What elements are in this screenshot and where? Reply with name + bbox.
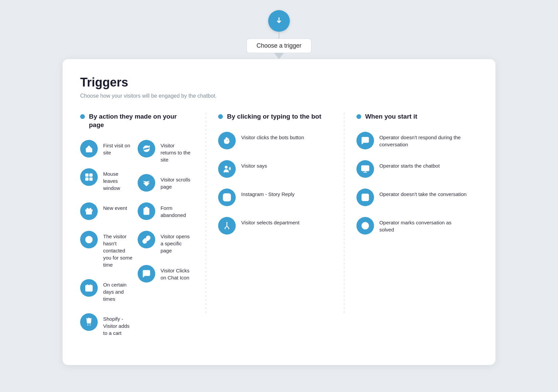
trigger-form-abandoned[interactable]: Form abandoned: [138, 202, 191, 220]
trigger-icon-operator-starts: [356, 160, 374, 178]
panel-title: Triggers: [80, 75, 478, 90]
trigger-label-shopify: Shopify - Visitor adds to a cart: [103, 313, 134, 337]
trigger-new-event[interactable]: New event: [80, 202, 134, 220]
trigger-label-form-abandoned: Form abandoned: [161, 202, 191, 219]
calendar-icon: [85, 284, 93, 292]
scroll-icon: [142, 178, 151, 187]
chat-block-icon: [361, 136, 370, 145]
column-when-items: Operator doesn't respond during the conv…: [356, 132, 467, 245]
trigger-label-operator-no-take: Operator doesn't take the conversation: [379, 189, 467, 198]
person-speak-icon: [223, 165, 231, 173]
trigger-visitor-says[interactable]: Visitor says: [218, 160, 329, 178]
svg-point-14: [226, 196, 229, 199]
trigger-operator-starts[interactable]: Operator starts the chatbot: [356, 160, 467, 178]
trigger-icon-visitor-scrolls: [138, 174, 155, 192]
trigger-shopify[interactable]: Shopify - Visitor adds to a cart: [80, 313, 134, 337]
svg-rect-1: [90, 174, 92, 177]
choose-trigger-box[interactable]: Choose a trigger: [247, 39, 311, 53]
trigger-icon-visitor-clicks-bots: [218, 132, 236, 149]
trigger-visitor-opens-page[interactable]: Visitor opens a specific page: [138, 231, 191, 254]
trigger-visitor-scrolls[interactable]: Visitor scrolls page: [138, 174, 191, 192]
trigger-icon-visitor-clicks-chat: [138, 265, 155, 283]
trigger-visitor-clicks-chat[interactable]: Visitor Clicks on Chat Icon: [138, 265, 191, 283]
refresh-icon: [142, 144, 151, 153]
svg-rect-11: [144, 209, 149, 215]
blue-dot-action: [80, 114, 85, 119]
clipboard-icon: [142, 207, 151, 216]
trigger-icon-first-visit: [80, 140, 98, 157]
svg-rect-7: [86, 286, 92, 291]
trigger-label-operator-no-respond: Operator doesn't respond during the conv…: [379, 132, 467, 148]
trigger-certain-days[interactable]: On certain days and times: [80, 279, 134, 302]
svg-rect-8: [87, 289, 88, 290]
trigger-not-contacted[interactable]: The visitor hasn't contacted you for som…: [80, 231, 134, 268]
trigger-operator-no-take[interactable]: Operator doesn't take the conversation: [356, 189, 467, 206]
trigger-icon-not-contacted: [80, 231, 98, 248]
down-arrow-button[interactable]: [268, 10, 290, 32]
svg-point-18: [227, 222, 228, 223]
download-icon: [361, 221, 370, 230]
down-arrow-icon: [274, 16, 284, 26]
trigger-icon-new-event: [80, 202, 98, 220]
svg-rect-3: [90, 178, 92, 181]
trigger-label-mouse-leaves: Mouse leaves window: [103, 168, 134, 192]
trigger-visitor-returns[interactable]: Visitor returns to the site: [138, 140, 191, 163]
svg-point-17: [228, 228, 229, 229]
shopify-icon: [85, 318, 93, 326]
trigger-label-visitor-opens-page: Visitor opens a specific page: [161, 231, 191, 254]
trigger-visitor-clicks-bots[interactable]: Visitor clicks the bots button: [218, 132, 329, 149]
svg-point-12: [225, 166, 228, 168]
gift-icon: [85, 207, 93, 216]
trigger-operator-no-respond[interactable]: Operator doesn't respond during the conv…: [356, 132, 467, 149]
sub-column-action-2: Visitor returns to the site Visitor scro…: [138, 140, 191, 347]
trigger-icon-operator-no-take: [356, 189, 374, 206]
triggers-panel: Triggers Choose how your visitors will b…: [63, 59, 495, 365]
trigger-label-visitor-returns: Visitor returns to the site: [161, 140, 191, 163]
divider-2: [344, 113, 344, 315]
column-when: When you start it Operator doesn't respo…: [348, 113, 478, 245]
blue-dot-clicking: [218, 114, 223, 119]
trigger-visitor-selects-dept[interactable]: Visitor selects department: [218, 217, 329, 235]
column-clicking-header: By clicking or typing to the bot: [218, 113, 329, 121]
column-when-title: When you start it: [365, 113, 417, 121]
trigger-icon-visitor-selects-dept: [218, 217, 236, 235]
connector-arrow: [274, 53, 284, 59]
trigger-icon-operator-marks-solved: [356, 217, 374, 235]
trigger-icon-instagram-story: [218, 189, 236, 206]
trigger-icon-certain-days: [80, 279, 98, 297]
trigger-label-new-event: New event: [103, 202, 127, 212]
column-clicking-items: Visitor clicks the bots button Visitor s…: [218, 132, 329, 245]
clock-icon: [85, 235, 93, 244]
trigger-label-visitor-scrolls: Visitor scrolls page: [161, 174, 191, 190]
trigger-label-first-visit: First visit on site: [103, 140, 134, 156]
trigger-icon-form-abandoned: [138, 202, 155, 220]
divider-1: [206, 113, 206, 315]
trigger-icon-mouse-leaves: [80, 168, 98, 186]
trigger-icon-shopify: [80, 313, 98, 331]
svg-point-24: [365, 198, 366, 199]
trigger-mouse-leaves[interactable]: Mouse leaves window: [80, 168, 134, 192]
trigger-label-operator-starts: Operator starts the chatbot: [379, 160, 440, 169]
svg-rect-0: [86, 174, 88, 177]
trigger-icon-operator-no-respond: [356, 132, 374, 149]
column-action-header: By action they made on your page: [80, 113, 191, 129]
monitor-icon: [361, 165, 370, 173]
trigger-label-not-contacted: The visitor hasn't contacted you for som…: [103, 231, 134, 268]
column-clicking: By clicking or typing to the bot Visitor…: [210, 113, 340, 245]
trigger-label-operator-marks-solved: Operator marks conversation as solved: [379, 217, 467, 233]
connector-line: [279, 32, 279, 39]
trigger-operator-marks-solved[interactable]: Operator marks conversation as solved: [356, 217, 467, 235]
trigger-instagram-story[interactable]: Instagram - Story Reply: [218, 189, 329, 206]
trigger-label-visitor-clicks-chat: Visitor Clicks on Chat Icon: [161, 265, 191, 281]
instagram-icon: [223, 193, 231, 202]
link-icon: [142, 235, 151, 244]
chat-icon: [142, 269, 151, 278]
svg-point-9: [87, 324, 88, 325]
column-when-header: When you start it: [356, 113, 467, 121]
column-clicking-title: By clicking or typing to the bot: [227, 113, 321, 121]
svg-point-10: [90, 324, 91, 325]
trigger-label-visitor-selects-dept: Visitor selects department: [241, 217, 299, 226]
trigger-label-certain-days: On certain days and times: [103, 279, 134, 302]
trigger-first-visit[interactable]: First visit on site: [80, 140, 134, 157]
svg-point-16: [225, 228, 226, 229]
